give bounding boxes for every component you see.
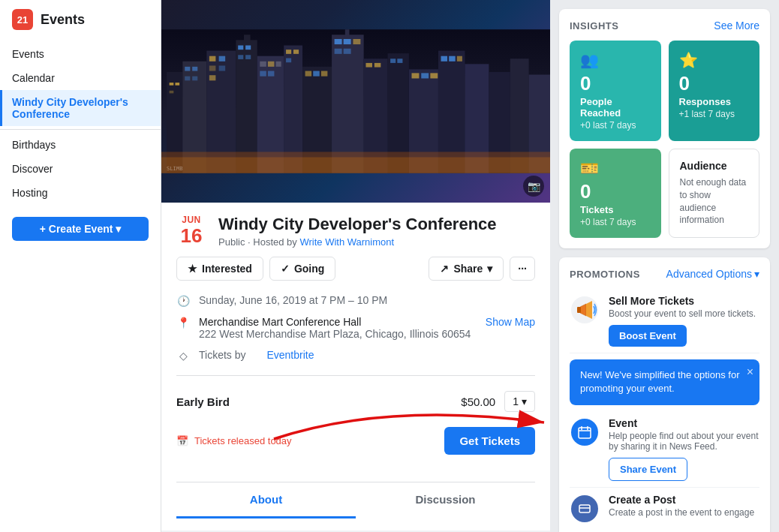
advanced-options-link[interactable]: Advanced Options ▾ <box>666 268 759 280</box>
svg-rect-54 <box>441 56 448 62</box>
svg-rect-31 <box>286 59 291 63</box>
right-panel: INSIGHTS See More 👥 0 People Reached +0 … <box>550 0 779 532</box>
share-event-button[interactable]: Share Event <box>609 458 687 481</box>
svg-rect-62 <box>161 158 550 173</box>
ticket-icon: 🎫 <box>580 159 651 177</box>
event-datetime-item: 🕐 Sunday, June 16, 2019 at 7 PM – 10 PM <box>176 290 535 311</box>
svg-rect-11 <box>209 56 216 62</box>
promo-sell-tickets-content: Sell More Tickets Boost your event to se… <box>609 295 759 347</box>
promotions-header: Promotions Advanced Options ▾ <box>570 268 759 280</box>
svg-rect-7 <box>192 67 197 71</box>
promo-notification: New! We've simplified the options for pr… <box>570 359 759 404</box>
eventbrite-link[interactable]: Eventbrite <box>266 349 314 361</box>
people-icon: 👥 <box>580 51 651 69</box>
sidebar-item-birthdays[interactable]: Birthdays <box>0 133 161 157</box>
tab-about[interactable]: About <box>176 482 356 518</box>
chevron-down-icon: ▾ <box>487 263 492 275</box>
events-icon: 21 <box>12 9 33 30</box>
svg-rect-26 <box>260 71 266 77</box>
boost-event-button[interactable]: Boost Event <box>609 325 687 347</box>
svg-rect-19 <box>245 45 251 50</box>
event-info-list: 🕐 Sunday, June 16, 2019 at 7 PM – 10 PM … <box>176 290 535 366</box>
event-cover: SLIMB 📷 <box>161 0 550 203</box>
event-location-item: 📍 Merchandise Mart Conference Hall 222 W… <box>176 311 535 344</box>
see-more-link[interactable]: See More <box>714 20 759 32</box>
ticket-row: Early Bird $50.00 1 ▾ <box>176 386 535 416</box>
share-icon: ↗ <box>440 263 449 275</box>
notification-close-button[interactable]: × <box>747 365 753 379</box>
event-share-icon <box>570 417 600 447</box>
ticket-qty-selector[interactable]: 1 ▾ <box>504 391 535 412</box>
chevron-down-icon: ▾ <box>754 268 759 280</box>
promo-share-event: Event Help people find out about your ev… <box>570 411 759 488</box>
svg-rect-44 <box>365 63 372 68</box>
insight-tickets: 🎫 0 Tickets +0 last 7 days <box>570 149 661 238</box>
ticket-price: $50.00 <box>461 395 495 408</box>
sidebar-header: 21 Events <box>0 0 161 39</box>
svg-text:SLIMB: SLIMB <box>167 165 182 172</box>
sidebar-nav: Events Calendar Windy City Developer's C… <box>0 39 161 208</box>
insights-card: INSIGHTS See More 👥 0 People Reached +0 … <box>559 9 770 248</box>
svg-rect-12 <box>219 56 226 62</box>
host-link[interactable]: Write With Warnimont <box>299 236 394 248</box>
camera-icon[interactable]: 📷 <box>523 176 544 197</box>
event-cover-image: SLIMB <box>161 0 550 203</box>
svg-rect-47 <box>390 59 396 63</box>
svg-rect-37 <box>345 29 350 38</box>
sidebar-item-events[interactable]: Events <box>0 42 161 66</box>
sidebar-item-discover[interactable]: Discover <box>0 157 161 181</box>
svg-rect-34 <box>313 71 320 77</box>
sidebar-item-calendar[interactable]: Calendar <box>0 66 161 90</box>
sidebar-item-windy-city[interactable]: Windy City Developer's Conference <box>0 90 161 126</box>
svg-rect-51 <box>421 73 429 78</box>
insights-title: INSIGHTS <box>570 20 618 32</box>
share-button[interactable]: ↗ Share ▾ <box>429 257 504 281</box>
tickets-released-text: 📅 Tickets released today <box>176 429 292 452</box>
ticket-name: Early Bird <box>176 395 230 408</box>
event-title: Windy City Developer's Conference <box>218 215 535 234</box>
sidebar-item-hosting[interactable]: Hosting <box>0 181 161 205</box>
sidebar-divider <box>0 129 161 130</box>
event-month: JUN <box>176 215 206 225</box>
main-content: SLIMB 📷 JUN 16 Windy City Developer's Co… <box>161 0 550 532</box>
svg-rect-73 <box>579 505 590 512</box>
svg-rect-15 <box>209 75 216 80</box>
calendar-icon: 📅 <box>176 435 188 446</box>
chevron-down-icon: ▾ <box>522 395 527 407</box>
get-tickets-button[interactable]: Get Tickets <box>444 427 535 455</box>
show-map-link[interactable]: Show Map <box>486 316 535 328</box>
svg-rect-67 <box>577 307 581 313</box>
svg-rect-30 <box>293 50 299 54</box>
svg-rect-29 <box>286 50 291 54</box>
event-tickets-item: ◇ Tickets by Eventbrite <box>176 344 535 366</box>
event-date: JUN 16 <box>176 215 206 247</box>
svg-rect-9 <box>192 77 197 81</box>
more-button[interactable]: ··· <box>510 257 535 281</box>
tab-discussion[interactable]: Discussion <box>356 482 535 518</box>
event-tabs: About Discussion <box>176 482 535 518</box>
promo-event-content: Event Help people find out about your ev… <box>609 417 759 481</box>
going-button[interactable]: ✓ Going <box>269 257 335 281</box>
svg-rect-8 <box>185 77 190 81</box>
svg-rect-41 <box>335 49 342 54</box>
svg-rect-14 <box>219 65 226 71</box>
svg-rect-39 <box>344 39 351 44</box>
event-subtitle: Public · Hosted by Write With Warnimont <box>218 236 535 248</box>
svg-rect-20 <box>238 55 243 59</box>
tickets-section: Early Bird $50.00 1 ▾ <box>176 375 535 476</box>
star-icon: ⭐ <box>679 51 750 69</box>
event-address: Merchandise Mart Conference Hall 222 Wes… <box>199 316 477 340</box>
location-icon: 📍 <box>176 317 190 329</box>
event-date-title-block: JUN 16 Windy City Developer's Conference… <box>176 215 535 248</box>
svg-rect-27 <box>268 71 275 77</box>
promo-create-post: Create a Post Create a post in the event… <box>570 488 759 530</box>
svg-rect-69 <box>579 428 591 438</box>
svg-marker-68 <box>586 301 592 319</box>
svg-rect-18 <box>238 45 243 50</box>
insights-grid: 👥 0 People Reached +0 last 7 days ⭐ 0 Re… <box>570 41 759 238</box>
svg-rect-55 <box>449 56 456 62</box>
svg-rect-45 <box>374 63 381 68</box>
interested-button[interactable]: ★ Interested <box>176 257 263 281</box>
svg-rect-52 <box>430 73 438 78</box>
create-event-button[interactable]: + Create Event ▾ <box>12 217 149 241</box>
